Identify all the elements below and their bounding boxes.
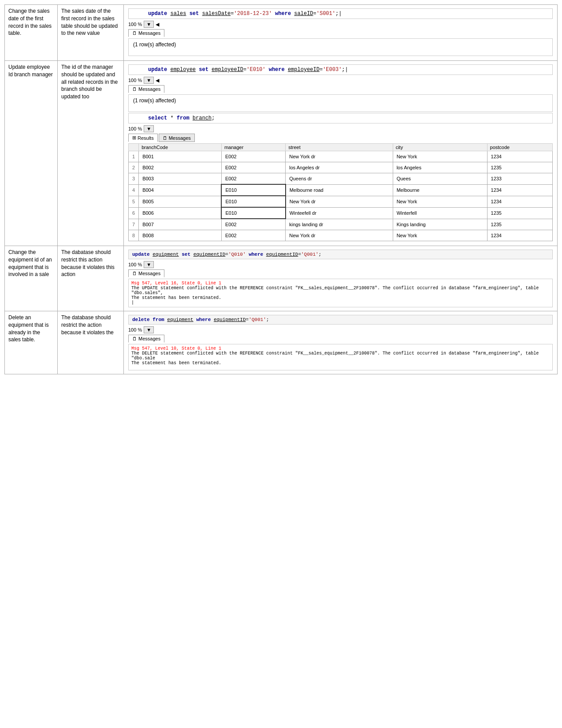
tab-messages-label-3: Messages — [138, 271, 160, 276]
col-postcode: postcode — [487, 144, 552, 151]
sql-editor-2a[interactable]: update employee set employeeID='E010' wh… — [128, 64, 553, 75]
branch-cell-4-0: 5 — [129, 196, 139, 207]
tab-messages-2a[interactable]: 🗒 Messages — [128, 85, 164, 93]
branch-cell-6-0: 7 — [129, 219, 139, 230]
branch-cell-4-2: E010 — [221, 196, 285, 207]
sql-editor-2b[interactable]: select * from branch; — [128, 113, 553, 123]
sql-editor-3[interactable]: update equipment set equipmentID='Q010' … — [128, 250, 553, 259]
tab-messages-1[interactable]: 🗒 Messages — [128, 29, 164, 37]
branch-cell-4-4: New York — [393, 196, 487, 207]
row-delete-equipment: Delete an equipment that is already in t… — [5, 311, 558, 374]
error-line-4-0: Msg 547, Level 10, State 0, Line 1 — [131, 346, 550, 351]
error-area-4: Msg 547, Level 10, State 0, Line 1 The D… — [128, 344, 553, 370]
messages-icon-4: 🗒 — [132, 336, 137, 341]
branch-cell-7-2: E002 — [221, 230, 285, 241]
sql-table-branch: branch — [193, 115, 212, 121]
expected-cell-4: The database should restrict the action … — [58, 311, 124, 374]
tab-messages-label-2b: Messages — [169, 135, 191, 141]
error-red-3-0: Msg 547, Level 16, State 0, Line 1 — [131, 281, 221, 286]
zoom-bar-4: 100 % ▼ — [128, 326, 553, 333]
zoom-dropdown-2a[interactable]: ▼ — [144, 77, 154, 84]
tab-messages-3[interactable]: 🗒 Messages — [128, 269, 164, 277]
branch-cell-7-3: New York dr — [286, 230, 393, 241]
tab-messages-2b[interactable]: 🗒 Messages — [159, 134, 195, 142]
tab-bar-3: 🗒 Messages — [128, 269, 553, 277]
branch-cell-6-4: Kings landing — [393, 219, 487, 230]
branch-cell-5-0: 6 — [129, 207, 139, 219]
sql-editor-1[interactable]: update sales set salesDate='2018-12-23' … — [128, 8, 553, 19]
description-text-4: Delete an equipment that is already in t… — [8, 314, 48, 343]
sql-val-e010: 'E010' — [246, 67, 265, 73]
messages-icon-3: 🗒 — [132, 271, 137, 276]
branch-cell-2-4: Quees — [393, 173, 487, 185]
branch-cell-7-0: 8 — [129, 230, 139, 241]
tab-results-label-2: Results — [138, 135, 154, 141]
branch-cell-3-0: 4 — [129, 184, 139, 196]
error-area-3: Msg 547, Level 16, State 0, Line 1 The U… — [128, 279, 553, 307]
branch-cell-2-1: B003 — [139, 173, 222, 185]
branch-cell-0-1: B001 — [139, 151, 222, 162]
col-rownum — [129, 144, 139, 151]
col-city: city — [393, 144, 487, 151]
branch-cell-0-3: New York dr — [286, 151, 393, 162]
kw-where-3: where — [249, 252, 263, 257]
branch-cell-4-5: 1234 — [487, 196, 552, 207]
branch-row-2: 3B003E002Queens drQuees1233 — [129, 173, 553, 185]
tab-messages-label-2a: Messages — [138, 86, 160, 92]
kw-set-1: set — [190, 11, 199, 17]
error-red-4-0: Msg 547, Level 10, State 0, Line 1 — [131, 346, 221, 351]
sql-table-equipment-4: equipment — [167, 317, 193, 322]
branch-cell-6-2: E002 — [221, 219, 285, 230]
branch-cell-7-5: 1234 — [487, 230, 552, 241]
error-line-3-1: The UPDATE statement conflicted with the… — [131, 286, 550, 295]
branch-row-4: 5B005E010New York drNew York1234 — [129, 196, 553, 207]
row-update-sales: Change the sales date of the first recor… — [5, 5, 558, 61]
sql-val-q001-3: 'Q001' — [301, 252, 319, 257]
description-text-1: Change the sales date of the first recor… — [8, 8, 52, 36]
expected-text-3: The dabatase should restrict this action… — [61, 249, 115, 277]
description-cell-1: Change the sales date of the first recor… — [5, 5, 58, 61]
messages-icon-1: 🗒 — [132, 30, 137, 36]
sql-col-eqid-4: equipmentID — [214, 317, 246, 322]
zoom-dropdown-4[interactable]: ▼ — [144, 326, 154, 333]
expected-text-1: The sales date of the first record in th… — [61, 8, 118, 36]
message-text-2a: (1 row(s) affected) — [133, 97, 176, 104]
zoom-dropdown-1[interactable]: ▼ — [144, 21, 154, 28]
sql-col-saleid: saleID — [294, 11, 313, 17]
zoom-dropdown-2b[interactable]: ▼ — [144, 125, 154, 132]
branch-cell-1-4: los Angeles — [393, 162, 487, 173]
kw-set-3: set — [182, 252, 190, 257]
tab-bar-2b: ⊞ Results 🗒 Messages — [128, 134, 553, 142]
description-text-2: Update employee Id branch manager — [8, 64, 53, 78]
tab-results-2[interactable]: ⊞ Results — [128, 134, 158, 142]
branch-cell-2-3: Queens dr — [286, 173, 393, 185]
zoom-dropdown-3[interactable]: ▼ — [144, 261, 154, 268]
sql-editor-4[interactable]: delete from equipment where equipmentID=… — [128, 315, 553, 325]
kw-where-2: where — [269, 67, 285, 73]
branch-cell-4-3: New York dr — [286, 196, 393, 207]
branch-row-3: 4B004E010Melbourne roadMelbourne1234 — [129, 184, 553, 196]
sql-val-q010: 'Q010' — [228, 252, 246, 257]
branch-row-7: 8B008E002New York drNew York1234 — [129, 230, 553, 241]
sql-table-equipment-3: equipment — [153, 252, 179, 257]
branch-cell-1-3: los Angeles dr — [286, 162, 393, 173]
code-cell-3: update equipment set equipmentID='Q010' … — [124, 246, 558, 311]
branch-cell-5-3: Winteefell dr — [286, 207, 393, 219]
cursor-2 — [345, 67, 348, 73]
zoom-bar-2b: 100 % ▼ — [128, 125, 553, 132]
col-branchcode: branchCode — [139, 144, 222, 151]
expected-text-4: The database should restrict the action … — [61, 314, 114, 336]
sql-val-saleid: 'S001' — [316, 11, 335, 17]
sql-col-empid-where: employeeID — [288, 67, 320, 73]
messages-area-2a: (1 row(s) affected) — [128, 94, 553, 112]
branch-cell-5-1: B006 — [139, 207, 222, 219]
tab-bar-2a: 🗒 Messages — [128, 85, 553, 93]
tab-messages-4[interactable]: 🗒 Messages — [128, 335, 164, 343]
col-manager: manager — [221, 144, 285, 151]
error-line-3-2: The statement has been terminated. — [131, 295, 550, 300]
branch-cell-7-4: New York — [393, 230, 487, 241]
branch-cell-4-1: B005 — [139, 196, 222, 207]
branch-row-5: 6B006E010Winteefell drWinterfell1235 — [129, 207, 553, 219]
row-change-equipment: Change the equipment id of an equipment … — [5, 246, 558, 311]
expected-text-2: The id of the manager should be updated … — [61, 64, 118, 100]
